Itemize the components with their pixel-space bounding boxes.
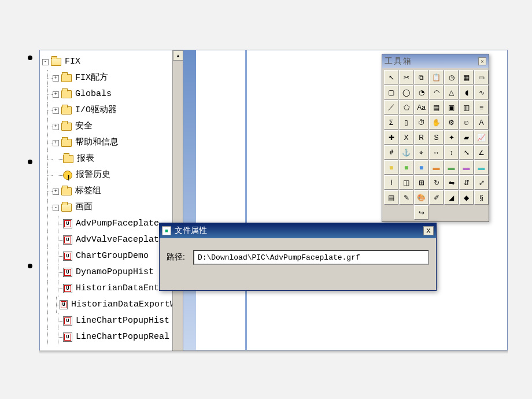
- canvas-area[interactable]: [196, 50, 247, 350]
- toolbox-title: 工具箱: [385, 56, 412, 66]
- tool-line[interactable]: ／: [384, 100, 398, 114]
- dialog-titlebar[interactable]: ■ 文件属性 X: [160, 223, 436, 238]
- tool-anchor[interactable]: ⚓: [399, 145, 413, 160]
- tool-rrect[interactable]: ▢: [384, 85, 398, 99]
- tool-rect-o[interactable]: ▬: [429, 160, 444, 175]
- tool-palette[interactable]: 🎨: [414, 190, 428, 205]
- tool-cyl[interactable]: ⌇: [384, 175, 398, 190]
- tool-rect-p[interactable]: ▬: [459, 160, 474, 175]
- tool-dim-d[interactable]: ⤡: [459, 145, 474, 160]
- tool-brush[interactable]: ◢: [444, 190, 459, 205]
- path-input[interactable]: [193, 250, 429, 265]
- tool-box3d[interactable]: ◫: [399, 175, 413, 190]
- tree-root[interactable]: - FIX: [42, 54, 180, 70]
- expander-icon[interactable]: -: [42, 59, 49, 65]
- tool-grid[interactable]: ▦: [459, 70, 474, 84]
- picture-icon: [63, 284, 72, 293]
- tool-sheet[interactable]: ▤: [384, 190, 398, 205]
- tool-clipboard[interactable]: ▯: [399, 115, 413, 130]
- tool-layers[interactable]: ▣: [444, 100, 459, 114]
- expander-icon[interactable]: +: [53, 189, 59, 195]
- expander-icon[interactable]: +: [53, 91, 59, 98]
- tree-item[interactable]: 报警历史: [42, 167, 180, 183]
- tool-text-aa[interactable]: Aa: [414, 100, 428, 114]
- tool-cut[interactable]: ✂: [399, 70, 413, 84]
- tool-sq-y[interactable]: ■: [384, 160, 398, 175]
- tool-refresh[interactable]: ↻: [429, 175, 444, 190]
- tool-shape[interactable]: ◆: [459, 190, 474, 205]
- tool-script[interactable]: §: [474, 190, 489, 205]
- tree-picture[interactable]: LineChartPopupReal: [42, 329, 180, 345]
- tool-sigma[interactable]: Σ: [384, 115, 398, 130]
- tool-dim-h[interactable]: ↔: [429, 145, 444, 160]
- tool-arc[interactable]: ◠: [429, 85, 444, 99]
- tree-item[interactable]: + Globals: [42, 86, 180, 102]
- tool-font[interactable]: A: [474, 115, 489, 130]
- tool-sq-g[interactable]: ■: [399, 160, 413, 175]
- tool-prop[interactable]: ⊞: [414, 175, 428, 190]
- tree-picture[interactable]: HistorianDataExportWi: [42, 297, 180, 313]
- tool-paste[interactable]: 📋: [429, 70, 444, 84]
- picture-icon: [63, 252, 72, 261]
- tool-rect-tool[interactable]: ▭: [474, 70, 489, 84]
- scroll-up-button[interactable]: [173, 50, 183, 61]
- tree-item-pictures[interactable]: - 画面: [42, 200, 180, 216]
- tree-picture[interactable]: LineChartPopupHist: [42, 313, 180, 329]
- tool-sq-b[interactable]: ■: [414, 160, 428, 175]
- expander-icon[interactable]: +: [53, 108, 59, 114]
- close-icon[interactable]: ×: [478, 57, 486, 65]
- tool-rect-c[interactable]: ▬: [474, 160, 489, 175]
- tool-hand[interactable]: ✋: [429, 115, 444, 130]
- tool-dim-a[interactable]: ∠: [474, 145, 489, 160]
- tool-pen[interactable]: ✐: [429, 190, 444, 205]
- expander-icon[interactable]: +: [53, 75, 59, 82]
- tree-item[interactable]: + 帮助和信息: [42, 135, 180, 151]
- tool-x-var[interactable]: X: [399, 130, 413, 145]
- expander-icon[interactable]: -: [53, 205, 59, 211]
- tool-layers2[interactable]: ▥: [459, 100, 474, 114]
- tool-db[interactable]: ≡: [474, 100, 489, 114]
- tree-item[interactable]: + 标签组: [42, 183, 180, 200]
- tree-panel: - FIX + FIX配方 + Globals + I/O驱动器: [40, 50, 183, 351]
- tool-r-var[interactable]: R: [414, 130, 428, 145]
- expander-icon[interactable]: +: [53, 140, 59, 146]
- tool-curve[interactable]: ∿: [474, 85, 489, 99]
- tool-face[interactable]: ☺: [459, 115, 474, 130]
- tool-chord[interactable]: ◖: [459, 85, 474, 99]
- tool-cross[interactable]: ✚: [384, 130, 398, 145]
- tool-snap[interactable]: ⌖: [414, 145, 428, 160]
- dialog-title: 文件属性: [175, 226, 207, 236]
- tool-gear[interactable]: ⚙: [444, 115, 459, 130]
- dialog-close-button[interactable]: X: [423, 226, 434, 235]
- tree-scrollbar[interactable]: [172, 50, 183, 351]
- tool-circle[interactable]: ◯: [399, 85, 413, 99]
- tool-hash[interactable]: ＃: [384, 145, 398, 160]
- tool-stopwatch[interactable]: ⏱: [414, 115, 428, 130]
- tool-copy[interactable]: ⧉: [414, 70, 428, 84]
- tool-s-var[interactable]: S: [429, 130, 444, 145]
- tool-mirror[interactable]: ⇋: [444, 175, 459, 190]
- tool-stamp[interactable]: ▰: [459, 130, 474, 145]
- tool-pie[interactable]: ◔: [414, 85, 428, 99]
- tree-item[interactable]: + 安全: [42, 119, 180, 135]
- project-tree[interactable]: - FIX + FIX配方 + Globals + I/O驱动器: [40, 50, 183, 349]
- tree-item[interactable]: 报表: [42, 151, 180, 167]
- tool-pointer[interactable]: ↖: [384, 70, 398, 84]
- tool-dim-v[interactable]: ↕: [444, 145, 459, 160]
- tool-table[interactable]: ▤: [429, 100, 444, 114]
- tool-redo[interactable]: ↪: [414, 205, 428, 220]
- tool-chart[interactable]: 📈: [474, 130, 489, 145]
- tree-item[interactable]: + I/O驱动器: [42, 102, 180, 119]
- tool-poly[interactable]: ⬠: [399, 100, 413, 114]
- expander-icon[interactable]: +: [53, 124, 59, 130]
- tool-note[interactable]: ✎: [399, 190, 413, 205]
- tool-flip[interactable]: ⇵: [459, 175, 474, 190]
- tool-tri[interactable]: △: [444, 85, 459, 99]
- tool-rect-g[interactable]: ▬: [444, 160, 459, 175]
- splitter[interactable]: [183, 50, 196, 350]
- tool-scale[interactable]: ⤢: [474, 175, 489, 190]
- tree-item[interactable]: + FIX配方: [42, 70, 180, 86]
- toolbox-titlebar[interactable]: 工具箱 ×: [382, 54, 489, 68]
- tool-clock[interactable]: ◷: [444, 70, 459, 84]
- tool-sparkle[interactable]: ✦: [444, 130, 459, 145]
